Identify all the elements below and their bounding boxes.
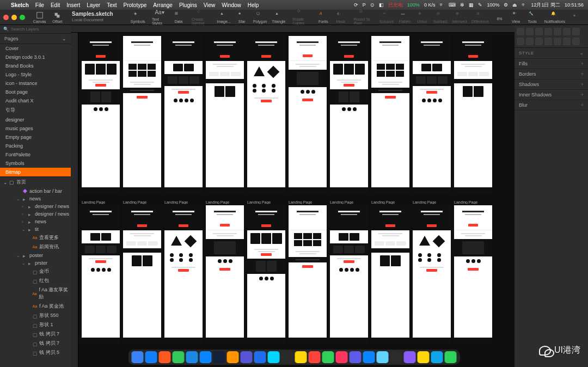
dock-app[interactable]: [268, 351, 280, 363]
dock-app[interactable]: [254, 351, 266, 363]
fonts-button[interactable]: AFonts: [316, 11, 331, 23]
layer-item[interactable]: ⌄ news: [0, 195, 71, 203]
dock-app[interactable]: [404, 351, 416, 363]
dock-app[interactable]: [350, 351, 362, 363]
dock-app[interactable]: [159, 351, 171, 363]
status-icon[interactable]: ⊙: [370, 2, 375, 8]
menubar-date[interactable]: 12月1日 周二: [531, 2, 560, 9]
layer-item[interactable]: 钱 拷贝 7: [0, 329, 71, 339]
rotate-copies-button[interactable]: ⟳Rotate Copies: [289, 9, 314, 25]
minimize-button[interactable]: [11, 15, 17, 20]
dock-app[interactable]: [363, 351, 375, 363]
artboard[interactable]: Landing Page: [164, 200, 203, 344]
page-item[interactable]: 引导: [0, 105, 71, 115]
scissors-button[interactable]: ✂Scissors: [378, 11, 395, 23]
page-item[interactable]: Packing: [0, 142, 71, 150]
plus-icon[interactable]: +: [581, 61, 584, 66]
page-item[interactable]: music pages: [0, 124, 71, 133]
dock-app[interactable]: [227, 351, 239, 363]
dock-app[interactable]: [445, 351, 457, 363]
artboard[interactable]: Landing Page: [247, 200, 285, 344]
layer-item[interactable]: › designer / news: [0, 210, 71, 218]
artboard[interactable]: Landing Page: [206, 200, 244, 344]
plus-icon[interactable]: +: [581, 92, 584, 97]
artboard[interactable]: Landing Page: [371, 200, 409, 344]
layer-item[interactable]: f Aa 邀友享奖励: [0, 285, 71, 302]
zoom-level[interactable]: 8%: [492, 11, 507, 23]
align-button[interactable]: [544, 38, 552, 45]
page-item[interactable]: Audit chart X: [0, 96, 71, 105]
page-item[interactable]: Symbols: [0, 159, 71, 168]
align-button[interactable]: [563, 28, 571, 35]
triangle-button[interactable]: ▲Triangle: [271, 11, 287, 23]
menubar-app[interactable]: Sketch: [11, 2, 29, 8]
dock-app[interactable]: [186, 351, 198, 363]
artboard[interactable]: [247, 35, 285, 194]
dock-app[interactable]: [241, 351, 253, 363]
artboard[interactable]: [82, 35, 120, 194]
status-icon[interactable]: P: [363, 2, 366, 8]
artboard[interactable]: Landing Page: [82, 200, 120, 344]
artboard[interactable]: Landing Page: [289, 200, 327, 344]
maximize-button[interactable]: [20, 15, 25, 20]
status-icon[interactable]: ⌨: [449, 2, 456, 8]
page-item[interactable]: designer: [0, 115, 71, 124]
align-button[interactable]: [535, 38, 543, 45]
dock-app[interactable]: [309, 351, 321, 363]
menu-item[interactable]: Insert: [66, 2, 80, 8]
plus-icon[interactable]: +: [581, 82, 584, 87]
menubar-time[interactable]: 10:51:56: [565, 2, 584, 8]
align-button[interactable]: [517, 28, 524, 35]
page-item[interactable]: Logo - Style: [0, 70, 71, 79]
layer-item[interactable]: 新闻资讯: [0, 242, 71, 252]
layer-item[interactable]: 形状 550: [0, 311, 71, 320]
layers-root[interactable]: ⌄ ▢首页: [0, 176, 71, 187]
align-button[interactable]: [526, 28, 534, 35]
status-icon[interactable]: ✻: [460, 2, 464, 8]
menu-item[interactable]: View: [204, 2, 216, 8]
difference-button[interactable]: ⊘Difference: [470, 11, 489, 23]
dock-app[interactable]: [295, 351, 307, 363]
align-button[interactable]: [526, 38, 534, 45]
page-item[interactable]: Brand Books: [0, 62, 71, 70]
artboard[interactable]: Landing Page: [454, 200, 492, 344]
menu-item[interactable]: Plugins: [179, 2, 197, 8]
more-button[interactable]: »: [569, 11, 585, 23]
page-item[interactable]: Design code 3.0.1: [0, 53, 71, 62]
artboard[interactable]: Landing Page: [123, 200, 161, 344]
dock-app[interactable]: [431, 351, 443, 363]
artboard[interactable]: [330, 35, 368, 194]
pages-header[interactable]: Pages⌄: [0, 34, 71, 44]
layer-item[interactable]: action bar / bar: [0, 187, 71, 195]
menu-item[interactable]: Text: [107, 2, 117, 8]
align-button[interactable]: [544, 28, 552, 35]
dock-app[interactable]: [390, 351, 402, 363]
layer-item[interactable]: › news: [0, 218, 71, 225]
plus-icon[interactable]: +: [581, 71, 584, 77]
menu-item[interactable]: Edit: [51, 2, 60, 8]
wifi-icon[interactable]: ᯤ: [522, 2, 526, 8]
layer-item[interactable]: 金币: [0, 267, 71, 276]
inner-shadows-section[interactable]: Inner Shadows+: [514, 90, 588, 100]
text-styles-button[interactable]: Aa▾Text Styles: [149, 9, 169, 25]
layer-item[interactable]: ⌄ poster: [0, 252, 71, 259]
subtract-button[interactable]: ⊖Subtract: [432, 11, 449, 23]
fills-section[interactable]: Fills+: [514, 59, 588, 69]
dock-app[interactable]: [173, 351, 185, 363]
layer-item[interactable]: › designer / news: [0, 203, 71, 210]
plus-icon[interactable]: +: [581, 102, 584, 108]
menu-item[interactable]: Arrange: [153, 2, 173, 8]
page-item[interactable]: Boot page: [0, 88, 71, 96]
shadows-section[interactable]: Shadows+: [514, 79, 588, 90]
artboard[interactable]: [206, 35, 244, 194]
status-icon[interactable]: ▦: [469, 2, 474, 8]
dock-app[interactable]: [132, 351, 144, 363]
layer-item[interactable]: ⌄ prster: [0, 259, 71, 267]
flatten-button[interactable]: ▬Flatten: [397, 11, 412, 23]
page-item-selected[interactable]: Bitmap: [0, 168, 71, 176]
menu-item[interactable]: Help: [248, 2, 259, 8]
dock-app[interactable]: [322, 351, 334, 363]
page-item[interactable]: Empty page: [0, 133, 71, 142]
dock-app[interactable]: [145, 351, 157, 363]
menu-item[interactable]: File: [35, 2, 44, 8]
